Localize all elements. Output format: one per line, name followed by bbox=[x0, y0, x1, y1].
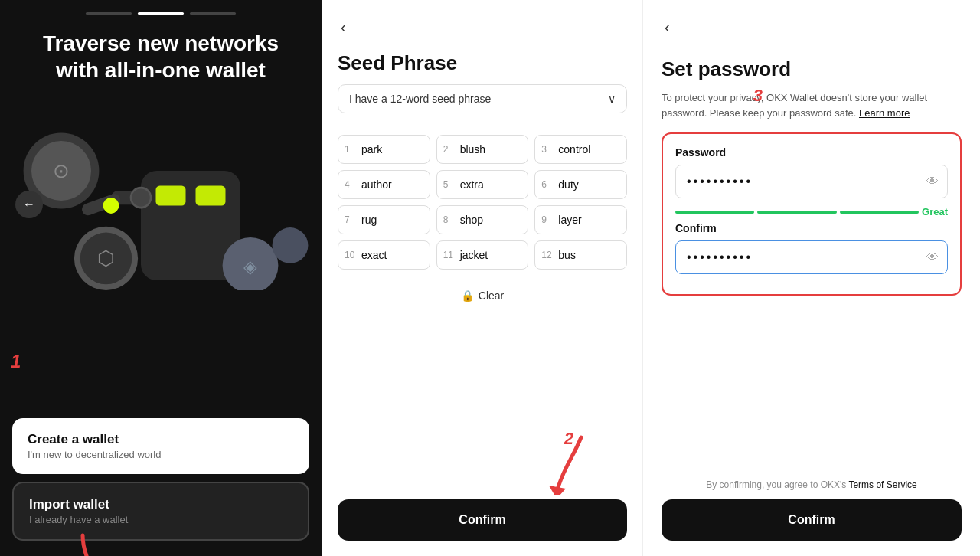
svg-rect-5 bbox=[196, 186, 226, 206]
password-back-arrow[interactable]: ‹ bbox=[662, 15, 673, 39]
back-button[interactable]: ← bbox=[15, 191, 43, 218]
seed-word: shop bbox=[460, 214, 483, 226]
svg-text:◈: ◈ bbox=[243, 257, 257, 276]
seed-word: control bbox=[558, 143, 590, 155]
seed-phrase-panel: ‹ Seed Phrase I have a 12-word seed phra… bbox=[322, 0, 643, 556]
password-title: Set password bbox=[662, 57, 962, 81]
seed-number: 5 bbox=[443, 179, 456, 190]
wallet-hero-title: Traverse new networks with all-in-one wa… bbox=[0, 30, 322, 83]
svg-point-12 bbox=[273, 227, 309, 263]
svg-text:⊙: ⊙ bbox=[53, 159, 70, 182]
clear-label: Clear bbox=[479, 289, 504, 302]
strength-seg-3 bbox=[840, 211, 919, 214]
confirm-password-input[interactable] bbox=[675, 240, 948, 274]
seed-word-cell: 10exact bbox=[338, 240, 430, 270]
seed-number: 9 bbox=[541, 214, 554, 225]
create-wallet-sublabel: I'm new to decentralized world bbox=[28, 449, 294, 460]
svg-point-8 bbox=[131, 188, 151, 208]
annotation-3: 3 bbox=[753, 86, 763, 106]
terms-text: By confirming, you agree to OKX's Terms … bbox=[662, 479, 962, 490]
seed-word-cell: 11jacket bbox=[436, 240, 529, 270]
seed-word-cell: 9layer bbox=[534, 205, 627, 234]
progress-bar bbox=[86, 12, 236, 15]
seed-word-cell: 6duty bbox=[534, 170, 627, 199]
seed-word: extra bbox=[460, 178, 484, 191]
confirm-input-wrapper: 👁 bbox=[675, 240, 948, 274]
seed-number: 11 bbox=[443, 250, 456, 260]
seed-word-cell: 1park bbox=[338, 135, 430, 164]
password-input-wrapper: 👁 bbox=[675, 165, 948, 198]
seed-word: duty bbox=[558, 178, 578, 191]
svg-marker-17 bbox=[549, 486, 566, 495]
seed-number: 6 bbox=[541, 179, 554, 190]
create-wallet-button[interactable]: Create a wallet I'm new to decentralized… bbox=[12, 418, 309, 474]
password-eye-icon[interactable]: 👁 bbox=[926, 175, 939, 188]
import-wallet-sublabel: I already have a wallet bbox=[29, 514, 292, 525]
seed-phrase-header: ‹ bbox=[338, 15, 627, 39]
seed-word-cell: 12bus bbox=[534, 240, 627, 270]
seed-phrase-dropdown[interactable]: I have a 12-word seed phrase ∨ bbox=[338, 84, 627, 113]
seed-word-cell: 7rug bbox=[338, 205, 430, 234]
seed-word-cell: 4author bbox=[338, 170, 430, 199]
annotation-1: 1 bbox=[11, 351, 21, 372]
seed-word-grid: 1park2blush3control4author5extra6duty7ru… bbox=[338, 135, 627, 270]
seed-number: 1 bbox=[345, 144, 357, 155]
seed-word-cell: 3control bbox=[534, 135, 627, 164]
seed-dropdown-label: I have a 12-word seed phrase bbox=[349, 93, 491, 105]
seed-word-cell: 8shop bbox=[436, 205, 529, 234]
progress-dot-1 bbox=[86, 12, 132, 15]
password-form-box: Password 👁 Great Confirm 👁 bbox=[662, 132, 962, 296]
seed-word-cell: 5extra bbox=[436, 170, 529, 199]
arrow-1-svg bbox=[60, 531, 121, 556]
seed-back-arrow[interactable]: ‹ bbox=[338, 15, 349, 39]
progress-dot-2 bbox=[138, 12, 184, 15]
strength-label: Great bbox=[922, 206, 948, 217]
seed-confirm-button[interactable]: Confirm bbox=[338, 499, 627, 541]
seed-word: author bbox=[361, 178, 392, 191]
strength-seg-2 bbox=[757, 211, 836, 214]
wallet-selection-panel: Traverse new networks with all-in-one wa… bbox=[0, 0, 322, 556]
progress-dot-3 bbox=[190, 12, 236, 15]
seed-number: 8 bbox=[443, 214, 456, 225]
wallet-action-buttons: Create a wallet I'm new to decentralized… bbox=[0, 418, 322, 556]
password-description: To protect your privacy, OKX Wallet does… bbox=[662, 90, 962, 120]
seed-phrase-title: Seed Phrase bbox=[338, 51, 627, 75]
seed-number: 10 bbox=[345, 250, 357, 260]
seed-number: 7 bbox=[345, 214, 357, 225]
seed-number: 3 bbox=[541, 144, 554, 155]
svg-rect-4 bbox=[156, 186, 186, 206]
seed-word: exact bbox=[361, 249, 387, 261]
terms-link[interactable]: Terms of Service bbox=[848, 479, 916, 490]
seed-word-cell: 2blush bbox=[436, 135, 529, 164]
seed-dropdown-container: I have a 12-word seed phrase ∨ bbox=[338, 84, 627, 126]
seed-word: layer bbox=[558, 214, 581, 226]
svg-point-9 bbox=[103, 198, 119, 214]
import-wallet-label: Import wallet bbox=[29, 497, 292, 512]
confirm-field-label: Confirm bbox=[675, 222, 948, 234]
password-field-label: Password bbox=[675, 146, 948, 159]
wallet-illustration: ⊙ ◈ ⬡ ← bbox=[0, 91, 322, 290]
password-header: ‹ bbox=[662, 15, 962, 39]
back-arrow-icon: ← bbox=[23, 198, 35, 211]
seed-number: 4 bbox=[345, 179, 357, 190]
seed-word: blush bbox=[460, 143, 485, 155]
lock-icon: 🔒 bbox=[461, 289, 474, 302]
set-password-panel: ‹ Set password To protect your privacy, … bbox=[643, 0, 980, 556]
confirm-eye-icon[interactable]: 👁 bbox=[926, 250, 939, 264]
seed-number: 2 bbox=[443, 144, 456, 155]
annotation-2: 2 bbox=[564, 429, 573, 449]
password-confirm-button[interactable]: Confirm bbox=[662, 499, 962, 541]
chevron-down-icon: ∨ bbox=[608, 93, 616, 105]
seed-word: bus bbox=[558, 249, 576, 261]
import-wallet-button[interactable]: Import wallet I already have a wallet bbox=[12, 482, 309, 541]
create-wallet-label: Create a wallet bbox=[28, 432, 294, 447]
clear-button[interactable]: 🔒 Clear bbox=[338, 282, 627, 309]
seed-word: park bbox=[361, 143, 382, 155]
password-input[interactable] bbox=[675, 165, 948, 198]
seed-word: rug bbox=[361, 214, 377, 226]
seed-word: jacket bbox=[460, 249, 488, 261]
svg-text:⬡: ⬡ bbox=[97, 247, 115, 270]
learn-more-link[interactable]: Learn more bbox=[859, 107, 910, 119]
strength-seg-1 bbox=[675, 211, 754, 214]
seed-number: 12 bbox=[541, 250, 554, 260]
